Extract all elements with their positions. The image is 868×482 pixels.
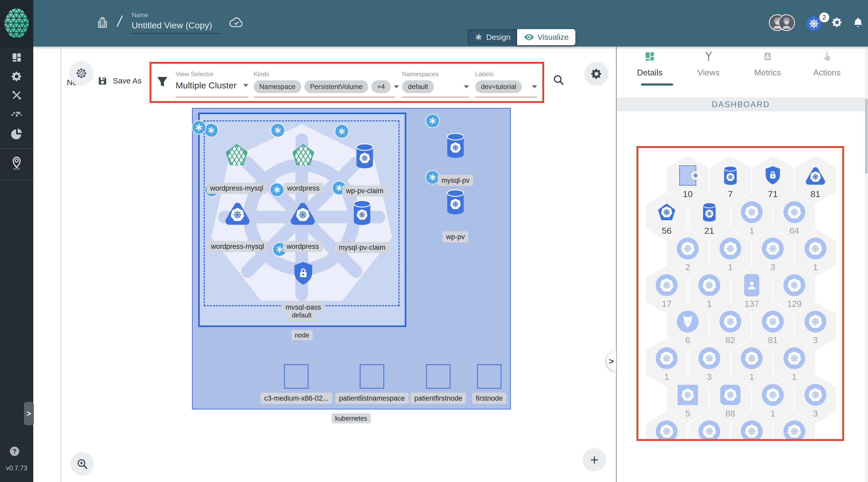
- k8s-node-volume[interactable]: [445, 132, 465, 159]
- meshery-badge-icon: [192, 120, 206, 135]
- filter-bar-highlight: View Selector Multiple Cluster Kinds Nam…: [150, 62, 544, 103]
- hexagon-count: 1: [728, 262, 733, 272]
- view-name-input[interactable]: [132, 20, 220, 34]
- hexagon-count: 6: [685, 335, 690, 345]
- view-selector-value: Multiple Cluster: [176, 80, 237, 91]
- cluster-label: kubernetes: [332, 413, 371, 423]
- filter-chip[interactable]: default: [402, 80, 434, 93]
- tab-visualize[interactable]: Visualize: [517, 29, 576, 45]
- filter-chip[interactable]: dev=tutorial: [475, 80, 522, 93]
- panel-divider: [616, 46, 617, 482]
- canvas-settings-button[interactable]: [585, 62, 609, 86]
- chevron-down-icon[interactable]: [394, 85, 399, 88]
- hexagon-count: 1: [749, 372, 754, 382]
- node-name-label: wordpress-mysql: [207, 241, 268, 252]
- tab-metrics[interactable]: Metrics: [742, 51, 794, 77]
- labels-field[interactable]: Labels dev=tutorial: [475, 70, 537, 97]
- sidebar-item-dashboard[interactable]: [0, 52, 33, 63]
- sidebar-item-lifecycle[interactable]: [0, 71, 33, 82]
- kinds-label: Kinds: [254, 70, 395, 78]
- mini-toolbar: [33, 46, 61, 482]
- node-name-label: wordpress: [283, 241, 323, 252]
- hexagon-count: 1: [813, 262, 818, 272]
- hexagon-count: 81: [768, 335, 778, 345]
- k8s-node-volume[interactable]: [355, 143, 375, 169]
- dashboard-hexgrid-highlight: 1077181562116421311711371296828131311588…: [637, 146, 844, 441]
- hexagon-count: 1: [792, 372, 797, 382]
- view-selector-label: View Selector: [176, 70, 248, 78]
- hexagon-count: 56: [662, 226, 672, 236]
- details-panel: Details Views Metrics Actions DASHBOARD …: [617, 46, 868, 482]
- help-button[interactable]: ?: [10, 447, 19, 456]
- hexagon-count: 129: [787, 299, 802, 309]
- k8s-node-secret[interactable]: [292, 261, 314, 286]
- mode-toggle: Design Visualize: [467, 29, 576, 45]
- kinds-field[interactable]: Kinds NamespacePersistentVolume+4: [254, 70, 395, 97]
- sidebar-item-kanvas[interactable]: [0, 155, 33, 170]
- node-name-label: wp-pv-claim: [342, 185, 387, 197]
- k8s-node-volume[interactable]: [352, 199, 372, 226]
- visualize-eye-icon: [524, 34, 534, 40]
- k8s-node-service[interactable]: [291, 142, 316, 168]
- panel-scrollbar[interactable]: [865, 46, 868, 482]
- k8s-node-deployment[interactable]: [290, 201, 315, 225]
- zoom-in-button[interactable]: [70, 452, 94, 476]
- filter-chip[interactable]: PersistentVolume: [304, 80, 368, 93]
- sidebar-item-extensions[interactable]: [0, 128, 33, 140]
- notifications-bell-icon[interactable]: [852, 17, 864, 28]
- chevron-down-icon[interactable]: [532, 85, 537, 88]
- save-as-label: Save As: [113, 76, 142, 85]
- new-button[interactable]: [69, 61, 94, 86]
- empty-node-square[interactable]: [284, 364, 309, 389]
- hexagon-count: 64: [789, 226, 799, 236]
- labels-label: Labels: [475, 70, 537, 78]
- filter-chip[interactable]: Namespace: [254, 80, 301, 93]
- node-name-label: firstnode: [472, 393, 506, 404]
- sidebar-item-performance[interactable]: [0, 108, 33, 117]
- tab-details[interactable]: Details: [624, 51, 676, 77]
- hexagon-count: 3: [707, 372, 712, 382]
- tab-design[interactable]: Design: [467, 29, 517, 45]
- tab-views[interactable]: Views: [683, 51, 735, 77]
- k8s-node-deployment[interactable]: [225, 201, 250, 225]
- node-name-label: wp-pv: [442, 231, 468, 243]
- node-name-label: patientlistnamespace: [335, 393, 409, 404]
- organization-icon[interactable]: [96, 14, 108, 31]
- search-icon[interactable]: [553, 74, 564, 86]
- sidebar-item-configuration[interactable]: [0, 90, 33, 101]
- hexagon-count: 3: [813, 335, 818, 345]
- k8s-node-volume[interactable]: [445, 189, 465, 215]
- collaborator-avatar[interactable]: [778, 14, 795, 31]
- namespaces-field[interactable]: Namespaces default: [402, 70, 469, 97]
- breadcrumb-separator: /: [116, 12, 124, 30]
- node-name-label: c3-medium-x86-02...: [260, 393, 332, 404]
- filter-funnel-icon[interactable]: [156, 76, 168, 88]
- empty-node-square[interactable]: [426, 364, 451, 389]
- chevron-down-icon[interactable]: [243, 84, 248, 87]
- view-selector-field[interactable]: View Selector Multiple Cluster: [176, 70, 248, 97]
- empty-node-square[interactable]: [360, 364, 384, 389]
- hexagon-count: 1: [707, 299, 712, 309]
- empty-node-square[interactable]: [477, 364, 501, 389]
- collapse-panel-chevron[interactable]: >: [607, 351, 616, 371]
- save-as-button[interactable]: Save As: [97, 76, 142, 86]
- hexagon-count: 10: [683, 189, 693, 199]
- hexagon-count: 3: [813, 409, 818, 419]
- node-name-label: wordpress: [283, 183, 323, 194]
- scrollbar-thumb[interactable]: [865, 99, 868, 174]
- version-label: v0.7.73: [0, 464, 33, 472]
- k8s-node-service[interactable]: [224, 142, 249, 168]
- tab-actions[interactable]: Actions: [801, 51, 853, 77]
- node-name-label: patientfirstnode: [411, 393, 466, 404]
- hexagon-count: 17: [662, 299, 672, 309]
- meshery-logo-ball: [5, 8, 29, 38]
- settings-gear-icon[interactable]: [831, 17, 843, 28]
- add-node-button[interactable]: +: [583, 448, 606, 471]
- meshery-logo[interactable]: [0, 0, 33, 46]
- meshery-app: / Name Design Visualize 2: [0, 0, 868, 482]
- hexagon-count: 1: [771, 409, 775, 419]
- chevron-down-icon[interactable]: [464, 85, 469, 88]
- sidebar-expander[interactable]: >: [24, 402, 34, 425]
- filter-chip[interactable]: +4: [371, 80, 391, 93]
- hexagon-count: 5: [685, 409, 690, 419]
